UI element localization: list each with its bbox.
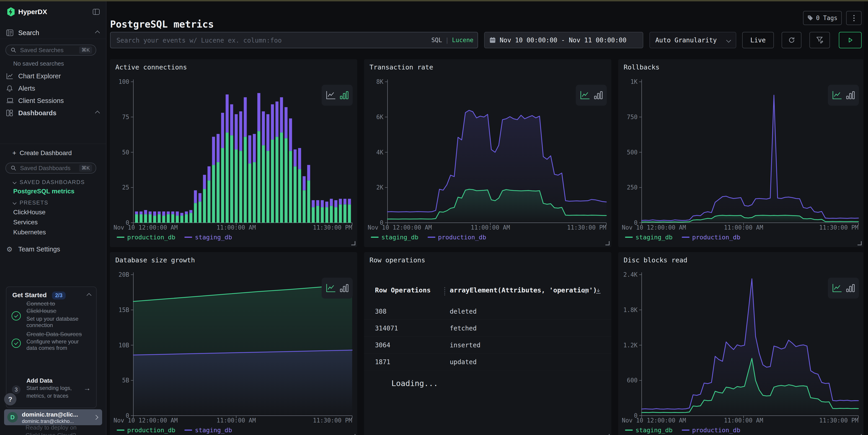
- shortcut-badge: ⌘K: [79, 46, 92, 54]
- check-circle-icon: [11, 311, 21, 321]
- filter-button[interactable]: [809, 32, 830, 48]
- chevron-down-icon: [726, 38, 731, 42]
- sidebar-item-chart-explorer[interactable]: Chart Explorer: [0, 71, 106, 81]
- chart-canvas: 02K4K6K8KNov 10 12:00:00 AM11:00:00 AM11…: [364, 59, 611, 232]
- line-chart-icon[interactable]: [326, 283, 336, 293]
- chart-legend: production_db staging_db: [117, 427, 232, 434]
- sidebar-item-alerts[interactable]: Alerts: [0, 83, 106, 93]
- bar-chart-icon[interactable]: [340, 283, 349, 293]
- bar-chart-icon[interactable]: [594, 91, 603, 100]
- sidebar-item-postgresql-metrics[interactable]: PostgreSQL metrics: [13, 188, 74, 195]
- legend-item[interactable]: production_db: [117, 427, 175, 434]
- task-title[interactable]: Connect to: [26, 300, 55, 307]
- svg-text:250: 250: [627, 184, 638, 191]
- tag-icon: [807, 15, 813, 21]
- bar-chart-icon[interactable]: [340, 91, 349, 100]
- svg-text:1.8K: 1.8K: [623, 306, 638, 313]
- tags-button[interactable]: 0 Tags: [803, 11, 842, 25]
- svg-text:6K: 6K: [376, 114, 383, 121]
- line-chart-icon[interactable]: [580, 91, 590, 100]
- resize-handle[interactable]: [858, 241, 862, 245]
- open-in-search-icon[interactable]: [583, 288, 589, 295]
- line-chart-icon[interactable]: [832, 283, 842, 293]
- sidebar-item-team-settings[interactable]: ⚙ Team Settings: [0, 244, 106, 254]
- sidebar-item-services[interactable]: Services: [13, 219, 38, 226]
- legend-item[interactable]: staging_db: [371, 234, 418, 241]
- panel-rollbacks: Rollbacks 02505007501KNov 10 12:00:00 AM…: [618, 59, 863, 247]
- bar-chart-icon[interactable]: [846, 283, 855, 293]
- download-icon[interactable]: [595, 288, 601, 295]
- table-row[interactable]: 1871updated: [364, 353, 611, 370]
- chevron-down-icon: [13, 180, 17, 184]
- sql-toggle[interactable]: SQL: [431, 37, 442, 43]
- task-title[interactable]: Create Data Sources: [26, 331, 82, 338]
- svg-text:11:00:00 AM: 11:00:00 AM: [471, 224, 510, 231]
- svg-text:25: 25: [122, 184, 129, 191]
- svg-text:11:30:00 PM: 11:30:00 PM: [313, 417, 352, 424]
- column-header[interactable]: Row Operations: [375, 286, 431, 294]
- resize-handle[interactable]: [858, 434, 862, 435]
- refresh-button[interactable]: [782, 32, 801, 48]
- saved-searches-input[interactable]: ⌘K: [5, 45, 96, 56]
- event-search-input[interactable]: [116, 32, 432, 48]
- resize-handle[interactable]: [606, 434, 610, 435]
- legend-item[interactable]: production_db: [117, 234, 175, 241]
- plus-icon: +: [12, 149, 17, 157]
- saved-dashboards-field[interactable]: [20, 164, 73, 172]
- sidebar-item-clickhouse[interactable]: ClickHouse: [13, 209, 45, 216]
- svg-text:600: 600: [627, 377, 638, 384]
- lucene-toggle[interactable]: Lucene: [452, 37, 473, 43]
- collapse-sidebar-icon[interactable]: [93, 9, 100, 15]
- panel-title: Active connections: [115, 63, 187, 71]
- table-row[interactable]: 308deleted: [364, 303, 611, 320]
- chart-canvas: 05B10B15B20BNov 10 12:00:00 AM11:00:00 A…: [110, 252, 357, 425]
- legend-item[interactable]: production_db: [682, 427, 740, 434]
- granularity-select[interactable]: Auto Granularity: [649, 32, 736, 48]
- help-button[interactable]: ?: [4, 393, 17, 405]
- column-header[interactable]: arrayElement(Attributes, 'operation'): [450, 286, 597, 294]
- legend-item[interactable]: staging_db: [184, 234, 232, 241]
- table-row[interactable]: 314071fetched: [364, 320, 611, 337]
- sidebar-item-client-sessions[interactable]: Client Sessions: [0, 96, 106, 106]
- resize-handle[interactable]: [351, 434, 355, 435]
- sidebar-item-search[interactable]: Search: [0, 28, 106, 38]
- arrow-right-icon[interactable]: →: [84, 384, 91, 393]
- create-dashboard-button[interactable]: + Create Dashboard: [0, 148, 106, 158]
- user-profile-chip[interactable]: D dominic.tran@clic... dominic.tran@clic…: [4, 409, 102, 425]
- app-title: HyperDX: [18, 8, 47, 16]
- search-icon: [10, 165, 17, 171]
- legend-item[interactable]: staging_db: [184, 427, 232, 434]
- legend-item[interactable]: staging_db: [625, 427, 673, 434]
- live-button[interactable]: Live: [742, 32, 774, 48]
- resize-handle[interactable]: [351, 241, 355, 245]
- legend-item[interactable]: staging_db: [625, 234, 673, 241]
- resize-handle[interactable]: [606, 241, 610, 245]
- saved-dashboards-section[interactable]: SAVED DASHBOARDS: [13, 179, 85, 186]
- refresh-icon: [788, 36, 795, 44]
- scrollbar[interactable]: [863, 1, 868, 435]
- progress-badge: 2/3: [52, 292, 66, 300]
- table-row[interactable]: 3064inserted: [364, 336, 611, 354]
- sidebar-item-kubernetes[interactable]: Kubernetes: [13, 229, 46, 236]
- run-query-button[interactable]: [839, 32, 862, 48]
- line-chart-icon[interactable]: [326, 91, 336, 100]
- presets-section[interactable]: PRESETS: [13, 200, 48, 206]
- task-title[interactable]: Add Data: [26, 377, 53, 384]
- legend-item[interactable]: production_db: [682, 234, 740, 241]
- bar-chart-icon[interactable]: [846, 91, 855, 100]
- bell-icon: [6, 85, 13, 92]
- svg-text:11:00:00 AM: 11:00:00 AM: [724, 224, 763, 231]
- saved-dashboards-input[interactable]: ⌘K: [5, 163, 96, 173]
- legend-item[interactable]: production_db: [428, 234, 486, 241]
- line-chart-icon[interactable]: [832, 91, 842, 100]
- svg-text:11:30:00 PM: 11:30:00 PM: [567, 224, 606, 231]
- column-divider[interactable]: [444, 287, 445, 295]
- panel-title: Database size growth: [115, 256, 195, 264]
- sidebar-item-dashboards[interactable]: Dashboards: [0, 108, 106, 118]
- saved-searches-field[interactable]: [20, 46, 73, 54]
- chevron-up-icon[interactable]: [87, 293, 91, 298]
- task-title[interactable]: ClickHouse: [26, 307, 57, 314]
- chart-type-toggle: [828, 85, 859, 106]
- kebab-menu-button[interactable]: [846, 11, 862, 25]
- date-range-picker[interactable]: Nov 10 00:00:00 - Nov 11 00:00:00: [484, 32, 643, 48]
